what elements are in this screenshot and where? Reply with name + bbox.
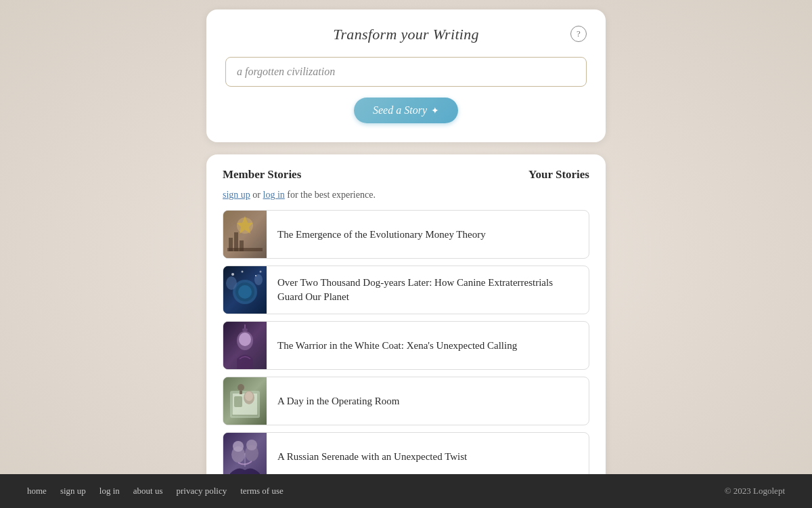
member-stories-heading: Member Stories [223,168,301,182]
stories-header: Member Stories Your Stories [223,168,589,182]
footer: home sign up log in about us privacy pol… [0,474,812,508]
story-thumbnail-5 [223,433,267,480]
story-title-4: A Day in the Operating Room [267,386,410,417]
footer-link-home[interactable]: home [27,486,47,496]
auth-prompt: sign up or log in for the best experienc… [223,190,589,200]
svg-point-34 [233,441,244,452]
story-title-2: Over Two Thousand Dog-years Later: How C… [267,268,589,312]
svg-point-13 [231,273,234,276]
footer-link-signup[interactable]: sign up [60,486,86,496]
svg-point-14 [242,271,244,273]
svg-point-26 [245,391,253,401]
help-icon[interactable]: ? [570,26,587,42]
svg-rect-4 [227,248,263,251]
auth-suffix-text: for the best experience. [287,190,376,200]
story-title-5: A Russian Serenade with an Unexpected Tw… [267,442,478,472]
svg-rect-20 [242,329,248,331]
story-item-2[interactable]: Over Two Thousand Dog-years Later: How C… [223,266,589,314]
svg-point-10 [238,285,252,299]
story-item-4[interactable]: A Day in the Operating Room [223,377,589,425]
svg-point-11 [226,276,237,290]
svg-point-35 [246,440,257,450]
footer-link-about[interactable]: about us [133,486,163,496]
story-item-1[interactable]: The Emergence of the Evolutionary Money … [223,210,589,259]
svg-point-29 [238,384,244,391]
seed-button-label: Seed a Story [373,104,427,117]
svg-point-15 [255,275,256,276]
story-thumbnail-2 [223,266,267,314]
svg-point-16 [260,271,262,273]
footer-link-privacy[interactable]: privacy policy [177,486,227,496]
stories-card: Member Stories Your Stories sign up or l… [206,154,606,497]
footer-copyright: © 2023 Logolept [725,486,785,496]
story-thumbnail-1 [223,211,267,258]
seed-story-button[interactable]: Seed a Story ✦ [354,98,458,123]
log-in-link[interactable]: log in [263,190,285,200]
story-title-1: The Emergence of the Evolutionary Money … [267,219,497,250]
card-header: Transform your Writing ? [225,26,587,43]
sign-up-link[interactable]: sign up [223,190,250,200]
search-input[interactable] [225,57,587,87]
story-item-3[interactable]: The Warrior in the White Coat: Xena's Un… [223,321,589,370]
auth-or-text: or [252,190,263,200]
story-title-3: The Warrior in the White Coat: Xena's Un… [267,331,528,361]
your-stories-heading: Your Stories [528,168,589,182]
svg-point-19 [239,333,251,346]
seed-icon: ✦ [431,105,439,117]
transform-writing-card: Transform your Writing ? Seed a Story ✦ [206,9,606,142]
svg-rect-27 [234,396,242,407]
page-title: Transform your Writing [333,26,479,43]
svg-rect-30 [240,391,242,394]
story-thumbnail-3 [223,322,267,369]
footer-nav: home sign up log in about us privacy pol… [27,486,284,496]
footer-link-login[interactable]: log in [99,486,120,496]
story-thumbnail-4 [223,377,267,425]
footer-link-terms[interactable]: terms of use [240,486,284,496]
